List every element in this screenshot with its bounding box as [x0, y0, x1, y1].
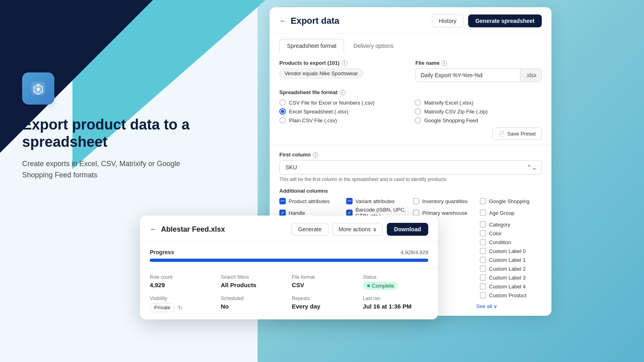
col-condition[interactable]: Condition: [480, 239, 542, 245]
checkbox-category[interactable]: [480, 221, 486, 228]
col-custom-label-1[interactable]: Custom Label 1: [480, 257, 542, 263]
modal-header-left: ← Ablestar Feed.xlsx: [150, 225, 225, 234]
col-color[interactable]: Color: [480, 230, 542, 237]
checkbox-google-shopping[interactable]: [480, 198, 486, 204]
format-option-plain-csv[interactable]: Plain CSV File (.csv): [279, 117, 407, 123]
col-google-shopping[interactable]: Google Shopping: [480, 198, 542, 204]
format-option-csv-excel[interactable]: CSV File for Excel or Numbers (.csv): [279, 99, 407, 106]
filename-info-icon[interactable]: i: [442, 60, 447, 66]
chevron-down-icon: ∨: [373, 226, 377, 232]
checkbox-custom-label-1[interactable]: [480, 257, 486, 263]
format-label-plain-csv: Plain CSV File (.csv): [289, 117, 337, 123]
products-label: Products to export (101) i: [279, 60, 406, 66]
radio-google-shopping[interactable]: [415, 117, 421, 123]
format-option-excel-xlsx[interactable]: Excel Spreadsheet (.xlsx): [279, 108, 407, 115]
progress-modal: ← Ablestar Feed.xlsx Generate More actio…: [140, 216, 438, 319]
col-product-attributes[interactable]: Product attributes: [279, 198, 341, 204]
stat-value-scheduled: No: [221, 303, 287, 310]
additional-columns-label: Additional columns: [279, 188, 542, 194]
checkbox-custom-label-4[interactable]: [480, 283, 486, 290]
hero-desc: Create exports in Excel, CSV, Matrixify …: [22, 158, 195, 181]
col-label-custom-label-0: Custom Label 0: [489, 248, 526, 254]
refresh-icon[interactable]: ↻: [178, 304, 183, 311]
see-all-link[interactable]: See all ∨: [476, 303, 542, 309]
chevron-down-icon: ∨: [493, 303, 497, 309]
col-custom-label-2[interactable]: Custom Label 2: [480, 265, 542, 272]
more-actions-button[interactable]: More actions ∨: [332, 223, 383, 236]
col-custom-product[interactable]: Custom Product: [480, 292, 542, 298]
filename-input-wrap: .xlsx: [415, 68, 542, 82]
products-info-icon[interactable]: i: [342, 60, 347, 66]
col-label-variant-attributes: Variant attributes: [355, 198, 394, 204]
download-button[interactable]: Download: [387, 223, 428, 236]
format-info-icon[interactable]: i: [340, 90, 345, 95]
progress-bar: [150, 259, 428, 262]
generate-spreadsheet-button[interactable]: Generate spreadsheet: [468, 14, 542, 27]
checkbox-custom-label-3[interactable]: [480, 274, 486, 281]
first-column-select[interactable]: SKU Handle Title: [279, 160, 542, 175]
col-label-condition: Condition: [489, 239, 511, 245]
format-option-matrixify-zip[interactable]: Matrixify CSV Zip File (.zip): [415, 108, 542, 115]
stat-label-last-ran: Last ran: [363, 296, 429, 301]
col-inventory-quantities[interactable]: Inventory quantities: [413, 198, 475, 204]
first-column-info-icon[interactable]: i: [313, 152, 318, 158]
stat-value-row-count: 4,929: [150, 282, 215, 288]
progress-count: 4,929/4,929: [400, 249, 428, 255]
format-section: Spreadsheet file format i CSV File for E…: [279, 89, 542, 140]
col-custom-label-0[interactable]: Custom Label 0: [480, 248, 542, 254]
stat-scheduled: Scheduled No: [221, 296, 287, 312]
section-divider-1: [270, 145, 551, 145]
save-icon: 📄: [498, 131, 505, 137]
format-label-matrixify-xlsx: Matrixify Excel (.xlsx): [424, 100, 473, 106]
col-label-product-attributes: Product attributes: [289, 198, 330, 204]
stat-search-filters: Search filters All Products: [221, 274, 287, 290]
radio-matrixify-zip[interactable]: [415, 108, 421, 115]
stat-visibility: Visibility Private ↻: [150, 296, 215, 312]
checkbox-condition[interactable]: [480, 239, 486, 245]
col-custom-label-3[interactable]: Custom Label 3: [480, 274, 542, 281]
checkbox-custom-product[interactable]: [480, 292, 486, 298]
back-button[interactable]: ←: [279, 17, 287, 25]
format-grid: CSV File for Excel or Numbers (.csv) Mat…: [279, 99, 542, 123]
checkbox-product-attributes[interactable]: [279, 198, 286, 204]
format-label-matrixify-zip: Matrixify CSV Zip File (.zip): [424, 109, 487, 115]
checkbox-custom-label-0[interactable]: [480, 248, 486, 254]
col-age-group[interactable]: Age Group: [480, 207, 542, 219]
stats-grid-2: Visibility Private ↻ Scheduled No Repeat…: [140, 296, 438, 319]
tab-spreadsheet-format[interactable]: Spreadsheet format: [279, 39, 344, 53]
checkbox-barcode[interactable]: [346, 210, 353, 216]
checkbox-handle[interactable]: [279, 210, 286, 216]
first-column-section: First column i SKU Handle Title ⌃⌄ This …: [279, 152, 542, 182]
status-badge: Complete: [363, 282, 398, 290]
save-preset-button[interactable]: 📄 Save Preset: [492, 128, 542, 140]
format-option-matrixify-xlsx[interactable]: Matrixify Excel (.xlsx): [415, 99, 542, 106]
radio-matrixify-xlsx[interactable]: [415, 99, 421, 106]
visibility-row: Private ↻: [150, 303, 215, 312]
checkbox-age-group[interactable]: [480, 210, 486, 216]
generate-button[interactable]: Generate: [291, 223, 328, 236]
format-option-google-shopping[interactable]: Google Shopping Feed: [415, 117, 542, 123]
file-extension: .xlsx: [520, 69, 541, 82]
checkbox-custom-label-2[interactable]: [480, 265, 486, 272]
radio-plain-csv[interactable]: [279, 117, 286, 123]
history-button[interactable]: History: [432, 14, 463, 27]
stat-label-repeats: Repeats: [292, 296, 357, 301]
checkbox-primary-warehouse[interactable]: [413, 210, 419, 216]
format-label-excel-xlsx: Excel Spreadsheet (.xlsx): [289, 109, 348, 115]
checkbox-color[interactable]: [480, 230, 486, 237]
col-custom-label-4[interactable]: Custom Label 4: [480, 283, 542, 290]
products-filename-row: Products to export (101) i Vendor equals…: [279, 60, 542, 82]
modal-back-button[interactable]: ←: [150, 225, 157, 234]
radio-excel-xlsx[interactable]: [279, 108, 286, 115]
filename-input[interactable]: [416, 69, 520, 82]
radio-csv-excel[interactable]: [279, 99, 286, 106]
tab-delivery-options[interactable]: Delivery options: [346, 39, 401, 53]
col-category[interactable]: Category: [480, 221, 542, 228]
checkbox-variant-attributes[interactable]: [346, 198, 353, 204]
stat-label-status: Status: [363, 274, 429, 280]
col-variant-attributes[interactable]: Variant attributes: [346, 198, 408, 204]
stat-label-search-filters: Search filters: [221, 274, 287, 280]
checkbox-inventory-quantities[interactable]: [413, 198, 419, 204]
col-label-category: Category: [489, 222, 510, 228]
stat-status: Status Complete: [363, 274, 429, 290]
